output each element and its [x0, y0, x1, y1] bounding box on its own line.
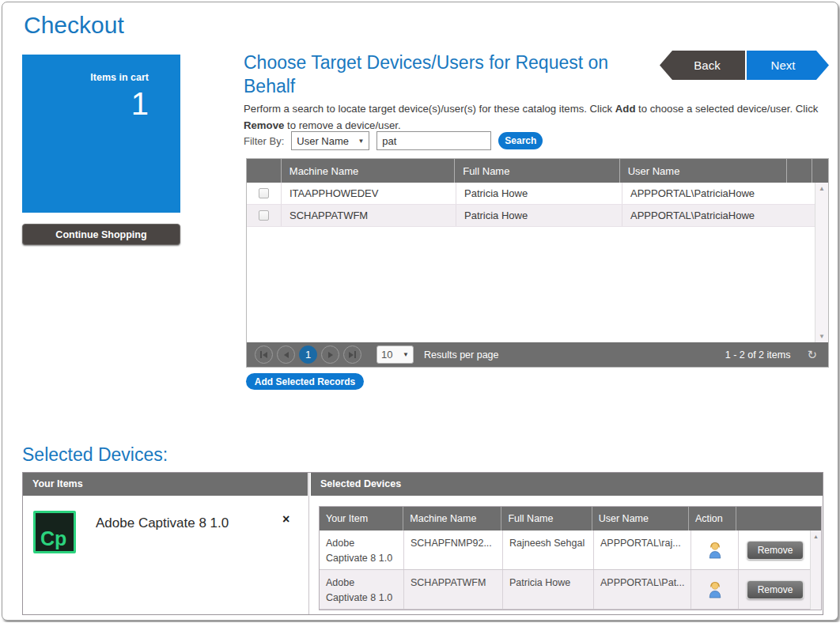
your-items-header: Your Items: [23, 473, 308, 496]
filter-by-label: Filter By:: [244, 135, 284, 147]
machine-name-cell: SCHAPFNMP92...: [404, 530, 503, 569]
selected-table-body: Adobe Captivate 8 1.0 SCHAPFNMP92... Raj…: [320, 530, 821, 610]
your-item-cell: Adobe Captivate 8 1.0: [320, 570, 404, 609]
selected-devices-header: Selected Devices: [311, 473, 823, 496]
action-cell: [691, 570, 739, 609]
action-cell: [691, 530, 739, 569]
instructions-bold-add: Add: [615, 103, 636, 115]
machine-name-cell: ITAAPPHOWEDEV: [282, 183, 456, 204]
close-icon[interactable]: ×: [282, 512, 289, 527]
header-full-name: Full Name: [501, 507, 592, 530]
grid-header-machine-name[interactable]: Machine Name: [282, 159, 455, 183]
remove-button[interactable]: Remove: [747, 580, 804, 599]
remove-cell: Remove: [739, 530, 812, 569]
full-name-cell: Rajneesh Sehgal: [503, 530, 594, 569]
full-name-cell: Patricia Howe: [503, 570, 594, 609]
chevron-down-icon: ▼: [358, 138, 364, 145]
grid-pager: 1 10 ▼ Results per page 1 - 2 of 2 items…: [247, 342, 828, 367]
pager-prev-button[interactable]: [277, 345, 295, 364]
filter-selected-option: User Name: [297, 135, 349, 147]
scroll-down-icon[interactable]: ▼: [815, 333, 828, 340]
table-row[interactable]: ITAAPPHOWEDEV Patricia Howe APPPORTAL\Pa…: [247, 183, 816, 205]
instructions-part-2: to choose a selected device/user. Click: [635, 103, 818, 115]
continue-shopping-button[interactable]: Continue Shopping: [22, 224, 180, 245]
user-person-icon[interactable]: [707, 580, 723, 598]
pager-last-button[interactable]: [343, 345, 361, 364]
add-selected-records-button[interactable]: Add Selected Records: [246, 373, 364, 390]
grid-vertical-scrollbar[interactable]: ▲ ▼: [815, 183, 828, 342]
grid-body: ITAAPPHOWEDEV Patricia Howe APPPORTAL\Pa…: [247, 183, 828, 342]
row-checkbox-cell: [247, 183, 282, 204]
header-scrollbar-spacer: [808, 507, 821, 530]
page-title: Checkout: [24, 12, 124, 39]
search-button[interactable]: Search: [498, 132, 543, 149]
header-machine-name: Machine Name: [403, 507, 501, 530]
panel-divider: [308, 473, 309, 614]
grid-header-filler: [787, 159, 812, 183]
filter-row: Filter By: User Name ▼ Search: [244, 131, 543, 150]
triangle-right-icon: [349, 352, 354, 358]
checkout-page: Checkout Items in cart 1 Continue Shoppi…: [2, 2, 838, 621]
page-size-value: 10: [381, 349, 392, 361]
back-button[interactable]: Back: [660, 51, 745, 80]
grid-header-scrollbar-spacer: [812, 159, 828, 183]
user-name-cell: APPPORTAL\PatriciaHowe: [622, 205, 816, 226]
pager-first-button[interactable]: [255, 345, 273, 364]
selected-devices-table: Your Item Machine Name Full Name User Na…: [319, 506, 822, 610]
refresh-icon[interactable]: ↻: [807, 348, 817, 362]
grid-header-row: Machine Name Full Name User Name: [247, 159, 828, 183]
row-checkbox-cell: [247, 205, 282, 226]
remove-button[interactable]: Remove: [747, 541, 804, 560]
selected-table-scrollbar[interactable]: ▲: [810, 530, 821, 610]
first-page-icon: [260, 351, 262, 358]
filter-field-select[interactable]: User Name ▼: [291, 131, 369, 150]
table-row[interactable]: SCHAPPATWFM Patricia Howe APPPORTAL\Patr…: [247, 205, 816, 227]
scroll-up-icon[interactable]: ▲: [815, 185, 828, 192]
adobe-captivate-icon: Cp: [33, 511, 76, 553]
scroll-up-icon[interactable]: ▲: [811, 534, 821, 539]
search-results-grid: Machine Name Full Name User Name ITAAPPH…: [246, 158, 829, 368]
pager-next-button[interactable]: [321, 345, 339, 364]
machine-name-cell: SCHAPPATWFM: [282, 205, 456, 226]
page-size-select[interactable]: 10 ▼: [376, 345, 414, 364]
table-row: Adobe Captivate 8 1.0 SCHAPPATWFM Patric…: [320, 570, 812, 610]
user-name-cell: APPPORTAL\PatriciaHowe: [622, 183, 816, 204]
user-name-cell: APPPORTAL\Pat...: [594, 570, 691, 609]
last-page-icon: [354, 351, 356, 358]
cart-count: 1: [131, 86, 149, 122]
remove-cell: Remove: [739, 570, 812, 609]
row-checkbox[interactable]: [259, 188, 269, 198]
grid-header-checkbox: [247, 159, 282, 183]
next-button[interactable]: Next: [747, 51, 829, 80]
header-remove-column: [736, 507, 808, 530]
search-input[interactable]: [376, 131, 491, 150]
header-user-name: User Name: [592, 507, 689, 530]
user-person-icon[interactable]: [707, 541, 723, 559]
pager-current-page[interactable]: 1: [299, 345, 317, 364]
triangle-right-icon: [328, 352, 333, 358]
instructions-part-1: Perform a search to locate target device…: [244, 103, 615, 115]
chevron-down-icon: ▼: [403, 351, 409, 358]
cart-item-name: Adobe Captivate 8 1.0: [96, 515, 229, 531]
pager-range-label: 1 - 2 of 2 items: [725, 349, 791, 361]
instructions-bold-remove: Remove: [244, 119, 284, 131]
results-per-page-label: Results per page: [424, 349, 499, 361]
selected-devices-panel: Your Items Selected Devices Cp Adobe Cap…: [22, 472, 823, 615]
selected-devices-heading: Selected Devices:: [22, 444, 168, 466]
grid-header-user-name[interactable]: User Name: [620, 159, 787, 183]
triangle-left-icon: [284, 352, 289, 358]
user-name-cell: APPPORTAL\raj...: [594, 530, 691, 569]
section-heading: Choose Target Devices/Users for Request …: [244, 51, 655, 99]
header-your-item: Your Item: [320, 507, 403, 530]
machine-name-cell: SCHAPPATWFM: [404, 570, 503, 609]
row-checkbox[interactable]: [259, 210, 269, 221]
table-row: Adobe Captivate 8 1.0 SCHAPFNMP92... Raj…: [320, 530, 812, 570]
cart-items-label: Items in cart: [90, 72, 149, 83]
triangle-left-icon: [263, 352, 267, 358]
header-action: Action: [689, 507, 736, 530]
full-name-cell: Patricia Howe: [456, 183, 622, 204]
grid-header-full-name[interactable]: Full Name: [455, 159, 619, 183]
full-name-cell: Patricia Howe: [456, 205, 622, 226]
instructions-part-3: to remove a device/user.: [284, 119, 400, 131]
instructions-text: Perform a search to locate target device…: [244, 100, 833, 134]
